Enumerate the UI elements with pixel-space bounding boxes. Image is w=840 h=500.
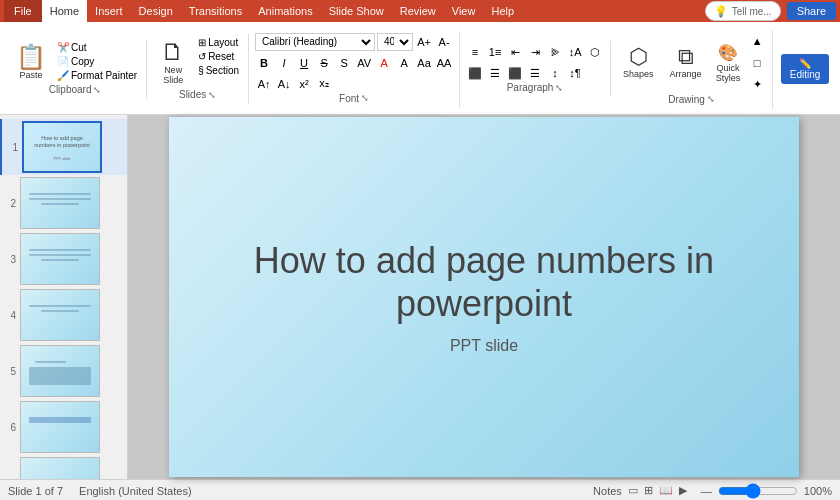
slide-thumbnail-2[interactable] (20, 177, 100, 229)
design-menu[interactable]: Design (131, 0, 181, 22)
clipboard-group: 📋 Paste ✂️ Cut 📄 Copy 🖌️ Format Painter (4, 39, 147, 99)
italic-button[interactable]: I (275, 54, 293, 72)
help-menu[interactable]: Help (483, 0, 522, 22)
editing-button[interactable]: ✏️ Editing (781, 54, 829, 84)
bold-button[interactable]: B (255, 54, 273, 72)
cut-button[interactable]: ✂️ Cut (54, 41, 140, 54)
clipboard-expand-icon[interactable]: ⤡ (93, 85, 101, 95)
slides-label: Slides (179, 89, 206, 100)
convert-smartart-btn[interactable]: ⬡ (586, 43, 604, 61)
reset-button[interactable]: ↺ Reset (195, 50, 242, 63)
view-normal-icon[interactable]: ▭ (628, 484, 638, 497)
reset-icon: ↺ (198, 51, 206, 62)
font-name-select[interactable]: Calibri (Heading) (255, 33, 375, 51)
bullet-list-btn[interactable]: ≡ (466, 43, 484, 61)
align-left-btn[interactable]: ⬛ (466, 64, 484, 82)
paragraph-spacing-btn[interactable]: ↕¶ (566, 64, 584, 82)
clear-format-button[interactable]: Aa (415, 54, 433, 72)
slide-thumbnail-4[interactable] (20, 289, 100, 341)
align-center-btn[interactable]: ☰ (486, 64, 504, 82)
editing-icon: ✏️ (799, 58, 811, 69)
slide-thumbnail-7[interactable] (20, 457, 100, 479)
paragraph-group: ≡ 1≡ ⇤ ⇥ ⫸ ↕A ⬡ ⬛ ☰ ⬛ ☰ ↕ ↕¶ Pa (460, 41, 611, 97)
underline-button[interactable]: U (295, 54, 313, 72)
slide-thumbnail-6[interactable] (20, 401, 100, 453)
font-size-increase-2[interactable]: A↑ (255, 75, 273, 93)
slide-thumb-6[interactable]: 6 (0, 399, 127, 455)
format-painter-icon: 🖌️ (57, 70, 69, 81)
notes-button[interactable]: Notes (593, 485, 622, 497)
arrange-button[interactable]: ⧉ Arrange (664, 42, 708, 83)
section-icon: § (198, 65, 204, 76)
slide-thumb-3[interactable]: 3 (0, 231, 127, 287)
line-spacing-btn[interactable]: ↕ (546, 64, 564, 82)
drawing-group: ⬡ Shapes ⧉ Arrange 🎨 Quick Styles ▲ □ ✦ (611, 30, 773, 109)
font-expand-icon[interactable]: ⤡ (361, 93, 369, 103)
new-slide-button[interactable]: 🗋 New Slide (153, 36, 193, 89)
copy-button[interactable]: 📄 Copy (54, 55, 140, 68)
shadow-button[interactable]: S (335, 54, 353, 72)
paste-button[interactable]: 📋 Paste (10, 41, 52, 84)
font-color-button[interactable]: A (375, 54, 393, 72)
paragraph-expand-icon[interactable]: ⤡ (555, 83, 563, 93)
slide-subtitle[interactable]: PPT slide (450, 337, 518, 355)
slideshow-menu[interactable]: Slide Show (321, 0, 392, 22)
highlight-color-button[interactable]: A (395, 54, 413, 72)
decrease-indent-btn[interactable]: ⇤ (506, 43, 524, 61)
lightbulb-icon: 💡 (714, 5, 728, 18)
slides-expand-icon[interactable]: ⤡ (208, 90, 216, 100)
home-menu[interactable]: Home (42, 0, 87, 22)
font-size-decrease-2[interactable]: A↓ (275, 75, 293, 93)
increase-indent-btn[interactable]: ⇥ (526, 43, 544, 61)
animations-menu[interactable]: Animations (250, 0, 320, 22)
transitions-menu[interactable]: Transitions (181, 0, 250, 22)
slide-thumbnail-5[interactable] (20, 345, 100, 397)
text-direction-btn[interactable]: ↕A (566, 43, 584, 61)
change-case-button[interactable]: AA (435, 54, 453, 72)
tell-me-input[interactable]: 💡 Tell me... (705, 1, 781, 21)
slide-thumb-7[interactable]: 7 (0, 455, 127, 479)
columns-btn[interactable]: ⫸ (546, 43, 564, 61)
slide-thumbnail-1[interactable]: How to add page numbers in powerpoint PP… (22, 121, 102, 173)
font-size-select[interactable]: 40 (377, 33, 413, 51)
view-reading-icon[interactable]: 📖 (659, 484, 673, 497)
share-button[interactable]: Share (787, 2, 836, 20)
layout-button[interactable]: ⊞ Layout (195, 36, 242, 49)
numbered-list-btn[interactable]: 1≡ (486, 43, 504, 61)
justify-btn[interactable]: ☰ (526, 64, 544, 82)
decrease-font-btn[interactable]: A- (435, 33, 453, 51)
zoom-slider[interactable] (718, 483, 798, 499)
view-slideshow-icon[interactable]: ▶ (679, 484, 687, 497)
view-sorter-icon[interactable]: ⊞ (644, 484, 653, 497)
paragraph-label: Paragraph (507, 82, 554, 93)
slide-thumbnail-3[interactable] (20, 233, 100, 285)
view-menu[interactable]: View (444, 0, 484, 22)
align-right-btn[interactable]: ⬛ (506, 64, 524, 82)
superscript-button[interactable]: x² (295, 75, 313, 93)
shape-effects-btn[interactable]: ✦ (748, 76, 766, 94)
shape-fill-btn[interactable]: ▲ (748, 32, 766, 50)
format-painter-button[interactable]: 🖌️ Format Painter (54, 69, 140, 82)
increase-font-btn[interactable]: A+ (415, 33, 433, 51)
canvas-area: How to add page numbers in powerpoint PP… (128, 115, 840, 479)
quick-styles-button[interactable]: 🎨 Quick Styles (712, 41, 745, 85)
shapes-button[interactable]: ⬡ Shapes (617, 42, 660, 83)
drawing-expand-icon[interactable]: ⤡ (707, 94, 715, 104)
slide-title[interactable]: How to add page numbers in powerpoint (169, 239, 799, 325)
slide-thumb-4[interactable]: 4 (0, 287, 127, 343)
ribbon: 📋 Paste ✂️ Cut 📄 Copy 🖌️ Format Painter (0, 22, 840, 115)
slide-thumb-2[interactable]: 2 (0, 175, 127, 231)
review-menu[interactable]: Review (392, 0, 444, 22)
section-button[interactable]: § Section (195, 64, 242, 77)
shape-outline-btn[interactable]: □ (748, 54, 766, 72)
insert-menu[interactable]: Insert (87, 0, 131, 22)
file-menu[interactable]: File (4, 0, 42, 22)
slide-thumb-1[interactable]: 1 How to add page numbers in powerpoint … (0, 119, 127, 175)
copy-icon: 📄 (57, 56, 69, 67)
char-spacing-button[interactable]: AV (355, 54, 373, 72)
strikethrough-button[interactable]: S (315, 54, 333, 72)
slide-thumb-5[interactable]: 5 (0, 343, 127, 399)
font-label: Font (339, 93, 359, 104)
subscript-button[interactable]: x₂ (315, 75, 333, 93)
slide-canvas[interactable]: How to add page numbers in powerpoint PP… (169, 117, 799, 477)
